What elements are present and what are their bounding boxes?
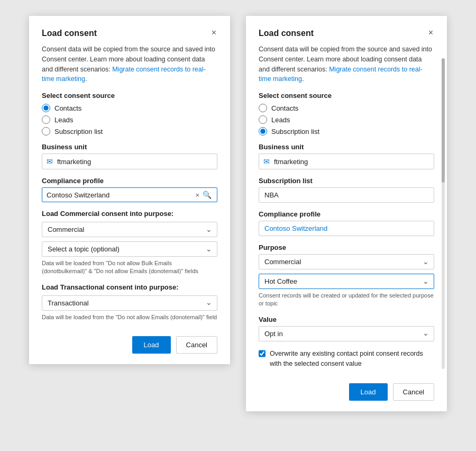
source-section-1: Select consent source Contacts Leads Sub… <box>42 92 217 136</box>
value-select-2[interactable]: Opt in Opt out <box>259 326 434 341</box>
business-unit-input-2[interactable] <box>274 155 434 169</box>
business-unit-label-2: Business unit <box>259 143 434 151</box>
scrollbar-thumb-2 <box>442 58 445 183</box>
radio-subscription-1[interactable]: Subscription list <box>42 127 217 136</box>
consent-hint-2: Consent records will be created or updat… <box>259 292 434 308</box>
commercial-section-1: Load Commercial consent into purpose: Co… <box>42 210 217 276</box>
business-unit-field-1: Business unit ✉ <box>42 143 217 169</box>
transactional-purpose-select-1[interactable]: Transactional Commercial <box>42 295 217 311</box>
commercial-heading-1: Load Commercial consent into purpose: <box>42 210 217 218</box>
overwrite-checkbox-2[interactable] <box>259 350 266 357</box>
value-label-2: Value <box>259 315 434 323</box>
dialog-title-2: Load consent <box>259 29 314 38</box>
close-button-1[interactable]: × <box>210 29 217 37</box>
dialog-description-1: Consent data will be copied from the sou… <box>42 44 217 84</box>
source-section-2: Select consent source Contacts Leads Sub… <box>259 92 434 136</box>
compliance-search-btn-1[interactable]: 🔍 <box>202 191 213 199</box>
radio-leads-2[interactable]: Leads <box>259 115 434 124</box>
cancel-button-1[interactable]: Cancel <box>176 336 217 354</box>
compliance-profile-input-1[interactable]: Contoso Switzerland × 🔍 <box>42 187 217 202</box>
source-label-1: Select consent source <box>42 92 217 100</box>
dialog-load-consent-1: Load consent × Consent data will be copi… <box>29 16 230 364</box>
purpose-select-2[interactable]: Commercial Transactional <box>259 254 434 269</box>
subscription-list-input-2[interactable] <box>259 187 434 203</box>
email-icon-1: ✉ <box>42 154 57 169</box>
business-unit-label-1: Business unit <box>42 143 217 151</box>
radio-leads-1[interactable]: Leads <box>42 115 217 124</box>
compliance-profile-label-1: Compliance profile <box>42 177 217 185</box>
email-icon-2: ✉ <box>259 154 274 169</box>
dialog-description-2: Consent data will be copied from the sou… <box>259 44 434 84</box>
close-button-2[interactable]: × <box>427 29 434 37</box>
subscription-list-label-2: Subscription list <box>259 177 434 185</box>
load-button-2[interactable]: Load <box>349 383 388 401</box>
source-label-2: Select consent source <box>259 92 434 100</box>
business-unit-field-2: Business unit ✉ <box>259 143 434 169</box>
purpose-label-2: Purpose <box>259 243 434 251</box>
radio-contacts-2[interactable]: Contacts <box>259 104 434 112</box>
cancel-button-2[interactable]: Cancel <box>393 383 434 401</box>
dialog-header-1: Load consent × <box>42 29 217 38</box>
transactional-hint-1: Data will be loaded from the "Do not all… <box>42 313 217 321</box>
value-wrapper-2: Opt in Opt out <box>259 326 434 341</box>
commercial-topic-select-1[interactable]: Select a topic (optional) <box>42 241 217 257</box>
scrollbar-2[interactable] <box>442 58 445 369</box>
commercial-purpose-select-1[interactable]: Commercial Transactional <box>42 222 217 237</box>
transactional-section-1: Load Transactional consent into purpose:… <box>42 283 217 321</box>
compliance-profile-field-1: Compliance profile Contoso Switzerland ×… <box>42 177 217 202</box>
source-radio-group-2: Contacts Leads Subscription list <box>259 104 434 136</box>
overwrite-label-2: Overwrite any existing contact point con… <box>270 349 434 369</box>
subscription-list-field-2: Subscription list <box>259 177 434 203</box>
dialog-title-1: Load consent <box>42 29 97 38</box>
business-unit-input-wrapper-1: ✉ <box>42 154 217 169</box>
compliance-profile-label-2: Compliance profile <box>259 210 434 218</box>
commercial-hint-1: Data will be loaded from "Do not allow B… <box>42 259 217 276</box>
transactional-heading-1: Load Transactional consent into purpose: <box>42 283 217 291</box>
purpose-section-2: Purpose Commercial Transactional Hot Cof… <box>259 243 434 308</box>
compliance-profile-value-1: Contoso Switzerland <box>47 191 193 199</box>
dialog-footer-2: Load Cancel <box>259 381 434 401</box>
topic-wrapper-2: Hot Coffee Cold Brew Espresso <box>259 274 434 289</box>
overwrite-checkbox-row-2: Overwrite any existing contact point con… <box>259 349 434 369</box>
business-unit-input-1[interactable] <box>57 155 217 169</box>
radio-subscription-2[interactable]: Subscription list <box>259 127 434 136</box>
dialog-load-consent-2: Load consent × Consent data will be copi… <box>246 16 447 411</box>
value-section-2: Value Opt in Opt out <box>259 315 434 341</box>
source-radio-group-1: Contacts Leads Subscription list <box>42 104 217 136</box>
topic-select-2[interactable]: Hot Coffee Cold Brew Espresso <box>259 274 434 289</box>
commercial-purpose-wrapper-1: Commercial Transactional <box>42 222 217 237</box>
business-unit-input-wrapper-2: ✉ <box>259 154 434 169</box>
compliance-profile-field-2: Compliance profile Contoso Switzerland <box>259 210 434 236</box>
transactional-purpose-wrapper-1: Transactional Commercial <box>42 295 217 311</box>
purpose-wrapper-2: Commercial Transactional <box>259 254 434 269</box>
dialog-header-2: Load consent × <box>259 29 434 38</box>
dialog-footer-1: Load Cancel <box>42 334 217 354</box>
radio-contacts-1[interactable]: Contacts <box>42 104 217 112</box>
compliance-clear-btn-1[interactable]: × <box>193 191 202 199</box>
load-button-1[interactable]: Load <box>132 336 171 354</box>
commercial-topic-wrapper-1: Select a topic (optional) <box>42 241 217 257</box>
compliance-profile-value-2: Contoso Switzerland <box>259 221 434 236</box>
